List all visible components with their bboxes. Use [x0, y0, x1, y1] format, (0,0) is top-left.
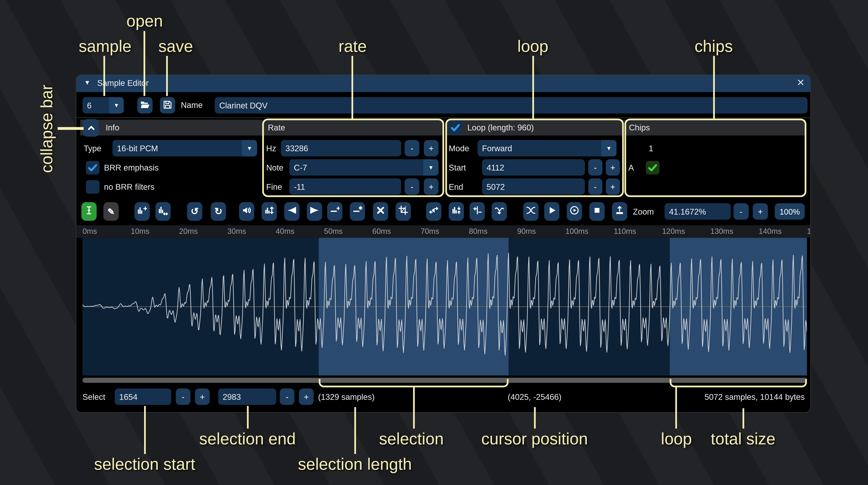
ruler-tick-label: 50ms — [324, 227, 342, 235]
chip-enable-checkbox[interactable] — [646, 161, 659, 174]
stop-icon — [592, 205, 602, 217]
loop-end-input[interactable] — [482, 179, 585, 195]
trim-icon — [398, 205, 408, 217]
chevron-down-icon[interactable]: ▼ — [109, 97, 124, 114]
sample-name-input[interactable] — [215, 97, 808, 114]
note-dropdown[interactable]: C-7 ▼ — [289, 159, 438, 175]
ruler-tick-label: 20ms — [179, 227, 198, 235]
annotation-total-size-label: total size — [711, 430, 775, 448]
selection-end-input[interactable] — [218, 389, 276, 405]
preview-button[interactable] — [544, 202, 559, 221]
ruler-tick-label: 30ms — [227, 227, 246, 235]
edit-mode-draw-button[interactable]: ✎ — [103, 202, 119, 221]
annotation-selection-start-label: selection start — [94, 455, 195, 474]
type-dropdown[interactable]: 16-bit PCM ▼ — [113, 140, 257, 156]
loop-end-minus-button[interactable]: - — [588, 179, 602, 195]
loop-start-input[interactable] — [482, 159, 585, 175]
close-icon[interactable]: ✕ — [797, 77, 805, 89]
floppy-disk-icon — [163, 100, 172, 111]
export-button[interactable] — [612, 202, 627, 221]
fine-plus-button[interactable]: + — [424, 179, 438, 195]
zoom-out-button[interactable]: - — [734, 203, 749, 220]
window-collapse-icon[interactable]: ▼ — [84, 79, 90, 86]
play-icon — [547, 205, 557, 217]
amplify-button[interactable] — [239, 202, 254, 221]
folder-open-icon — [140, 100, 150, 111]
chevron-down-icon[interactable]: ▼ — [423, 159, 438, 175]
plus-icon: + — [429, 182, 434, 191]
insert-silence-button[interactable] — [327, 202, 342, 221]
plus-icon: + — [200, 392, 205, 401]
zoom-in-button[interactable]: + — [753, 203, 768, 220]
loop-enabled-checkbox[interactable] — [449, 121, 462, 134]
collapse-bar-button[interactable] — [83, 119, 99, 137]
chip-row-label: A — [628, 163, 634, 172]
hz-minus-button[interactable]: - — [405, 140, 420, 156]
name-row: 6 ▼ Name — [76, 93, 810, 118]
info-header-label: Info — [106, 123, 119, 132]
annotation-loop-bottom-label: loop — [661, 430, 692, 448]
no-brr-filters-checkbox[interactable] — [86, 180, 99, 193]
preview-selection-button[interactable] — [567, 202, 582, 221]
hz-plus-button[interactable]: + — [424, 140, 438, 156]
wave-stretch-icon — [158, 205, 168, 217]
selection-start-input[interactable] — [115, 389, 172, 405]
fade-in-button[interactable] — [284, 202, 300, 221]
ruler-tick-label: 70ms — [421, 227, 439, 235]
note-value: C-7 — [294, 163, 307, 172]
loop-mode-dropdown[interactable]: Forward ▼ — [477, 140, 617, 156]
delete-button[interactable] — [373, 202, 388, 221]
trim-button[interactable] — [396, 202, 411, 221]
resample-button[interactable] — [155, 202, 170, 221]
info-panel-header: Info — [80, 120, 262, 135]
selection-end-minus-button[interactable]: - — [280, 389, 294, 405]
waveform-scrollbar[interactable] — [83, 378, 807, 383]
loop-end-plus-button[interactable]: + — [606, 179, 620, 195]
info-panel: Info Type 16-bit PCM ▼ BRR emphasis — [80, 120, 262, 197]
zoom-input[interactable] — [664, 203, 731, 220]
undo-button[interactable]: ↺ — [187, 202, 202, 221]
redo-button[interactable]: ↻ — [211, 202, 226, 221]
fade-in-icon — [287, 205, 297, 217]
zoom-reset-button[interactable]: 100% — [775, 203, 805, 220]
chips-panel: Chips 1 A — [624, 120, 806, 197]
apply-silence-button[interactable] — [350, 202, 365, 221]
selection-end-plus-button[interactable]: + — [299, 389, 314, 405]
annotation-loop-label: loop — [517, 37, 548, 56]
normalize-button[interactable] — [261, 202, 277, 221]
loop-start-plus-button[interactable]: + — [606, 159, 620, 175]
note-label: Note — [266, 163, 283, 172]
loop-start-label: Start — [449, 163, 466, 172]
total-size-status: 5072 samples, 10144 bytes — [642, 392, 805, 401]
hz-input[interactable] — [281, 140, 401, 156]
reverse-icon — [429, 205, 438, 217]
selection-start-minus-button[interactable]: - — [176, 389, 190, 405]
fine-minus-button[interactable]: - — [405, 179, 420, 195]
open-sample-button[interactable] — [137, 97, 153, 114]
sample-slot-dropdown[interactable]: 6 ▼ — [83, 97, 124, 114]
ruler-tick-label: 10ms — [131, 227, 149, 235]
chevron-down-icon[interactable]: ▼ — [601, 140, 616, 156]
play-circle-icon — [569, 205, 579, 217]
apply-filter-button[interactable] — [492, 202, 507, 221]
annotation-cursor-position-label: cursor position — [481, 430, 588, 448]
waveform-display[interactable] — [83, 238, 807, 376]
chips-panel-header: Chips — [624, 120, 806, 135]
invert-button[interactable] — [449, 202, 464, 221]
reverse-button[interactable] — [426, 202, 441, 221]
chevron-down-icon[interactable]: ▼ — [242, 140, 257, 156]
stop-button[interactable] — [589, 202, 604, 221]
save-sample-button[interactable] — [160, 97, 175, 114]
ruler-tick-label: 120ms — [662, 227, 685, 235]
signed-unsigned-button[interactable] — [470, 202, 485, 221]
brr-emphasis-checkbox[interactable] — [86, 161, 99, 174]
fine-input[interactable] — [289, 179, 401, 195]
loop-start-minus-button[interactable]: - — [588, 159, 602, 175]
selection-start-plus-button[interactable]: + — [195, 389, 210, 405]
fade-out-button[interactable] — [307, 202, 322, 221]
edit-mode-select-button[interactable] — [82, 202, 97, 221]
crossfade-button[interactable] — [523, 202, 538, 221]
plus-icon: + — [304, 392, 309, 401]
window-titlebar[interactable]: ▼ Sample Editor ✕ — [76, 75, 810, 92]
resize-button[interactable] — [134, 202, 150, 221]
